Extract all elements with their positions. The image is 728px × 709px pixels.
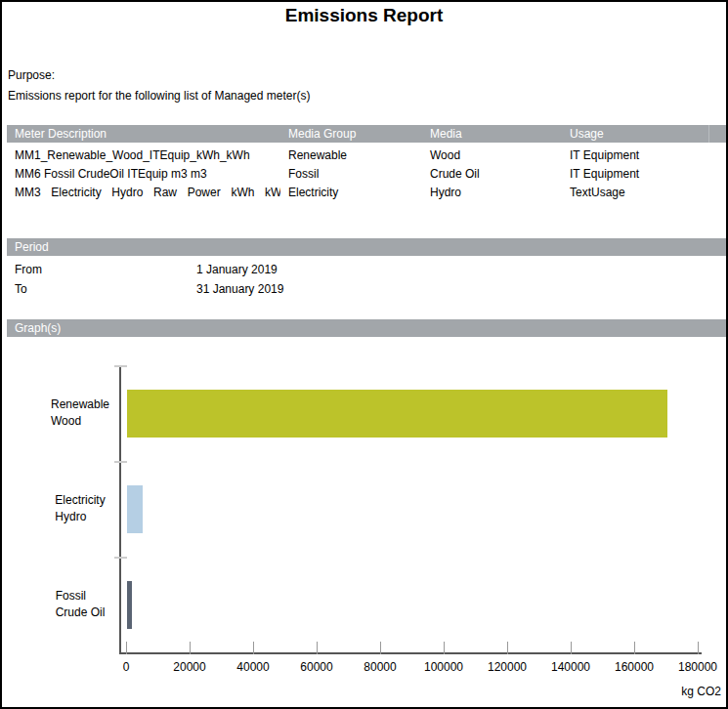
x-axis-tick [444,642,445,654]
x-axis-unit-label: kg CO2 [588,685,721,698]
category-label-text: RenewableWood [51,396,109,430]
x-axis-tick [317,642,318,654]
category-label-renewable-wood: RenewableWood [29,365,131,461]
emissions-report-page: Emissions Report Purpose: Emissions repo… [0,0,728,709]
x-tick-label: 80000 [349,660,411,674]
x-tick-label: 60000 [285,660,348,674]
x-axis-tick [698,642,699,654]
x-tick-label: 40000 [222,660,284,674]
x-axis-tick [190,642,191,654]
emissions-bar-chart: 0200004000060000800001000001200001400001… [2,2,726,707]
x-axis-tick [253,642,254,654]
category-label-electricity-hydro: ElectricityHydro [29,461,131,557]
x-tick-label: 100000 [412,660,475,674]
x-axis-tick [380,642,381,654]
x-axis-tick [634,642,635,654]
category-label-text: ElectricityHydro [55,492,105,525]
x-tick-label: 20000 [158,660,221,674]
bar-renewable-wood [127,390,667,438]
x-tick-label: 180000 [666,660,728,674]
x-tick-label: 120000 [476,660,538,674]
x-axis-line [119,652,702,654]
x-axis-tick [507,642,508,654]
category-label-text: FossilCrude Oil [56,588,106,621]
x-tick-label: 140000 [539,660,602,674]
x-tick-label: 160000 [603,660,665,674]
category-label-fossil-crude-oil: FossilCrude Oil [29,557,131,652]
x-tick-label: 0 [95,660,157,674]
x-axis-tick [571,642,572,654]
